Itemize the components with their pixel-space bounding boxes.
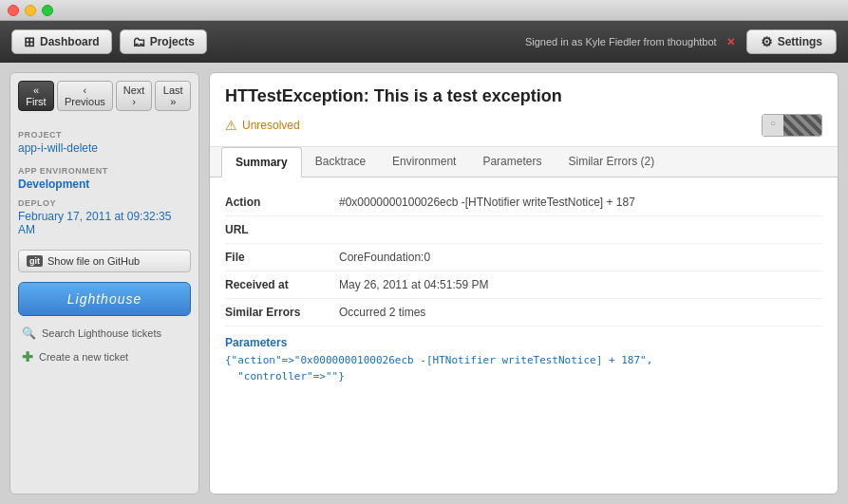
projects-button[interactable]: 🗂 Projects (120, 29, 207, 54)
briefcase-icon: 🗂 (132, 34, 145, 49)
dashboard-label: Dashboard (40, 35, 100, 48)
maximize-button[interactable] (42, 5, 53, 16)
next-page-button[interactable]: Next › (116, 81, 153, 111)
tab-parameters[interactable]: Parameters (469, 147, 555, 177)
last-page-button[interactable]: Last » (155, 81, 191, 111)
gear-icon: ⚙ (761, 34, 773, 49)
content-panel: HTTestException: This is a test exceptio… (209, 72, 839, 495)
search-icon: 🔍 (22, 327, 36, 340)
deploy-value: February 17, 2011 at 09:32:35 AM (18, 210, 191, 236)
nav-right: Signed in as Kyle Fiedler from thoughtbo… (525, 29, 837, 54)
projects-label: Projects (150, 35, 195, 48)
tab-similar-errors[interactable]: Similar Errors (2) (555, 147, 668, 177)
action-row: Action #0x0000000100026ecb -[HTNotifier … (225, 189, 822, 216)
params-section: Parameters {"action"=>"0x0000000100026ec… (225, 327, 822, 388)
toggle-stripe (783, 115, 821, 136)
tab-backtrace[interactable]: Backtrace (302, 147, 379, 177)
search-tickets-button[interactable]: 🔍 Search Lighthouse tickets (18, 322, 191, 345)
toggle-off-state: ○ (763, 115, 783, 136)
close-button[interactable] (8, 5, 19, 16)
tab-environment[interactable]: Environment (379, 147, 469, 177)
app-env-label: APP ENVIRONMENT (18, 166, 191, 176)
dashboard-icon: ⊞ (24, 34, 35, 49)
plus-icon: ✚ (22, 349, 33, 364)
project-value: app-i-will-delete (18, 141, 191, 155)
create-ticket-label: Create a new ticket (39, 351, 128, 363)
file-row: File CoreFoundation:0 (225, 244, 822, 271)
toggle-switch[interactable]: ○ (762, 114, 822, 137)
params-label: Parameters (225, 336, 822, 349)
tab-summary[interactable]: Summary (221, 147, 302, 177)
action-label: Action (225, 196, 339, 209)
github-button[interactable]: git Show file on GitHub (18, 250, 191, 272)
url-row: URL (225, 216, 822, 244)
warning-icon: ⚠ (225, 118, 237, 133)
nav-left: ⊞ Dashboard 🗂 Projects (11, 29, 207, 54)
action-value: #0x0000000100026ecb -[HTNotifier writeTe… (339, 196, 822, 209)
search-tickets-label: Search Lighthouse tickets (42, 327, 161, 339)
received-at-row: Received at May 26, 2011 at 04:51:59 PM (225, 271, 822, 299)
received-at-value: May 26, 2011 at 04:51:59 PM (339, 278, 822, 291)
top-nav: ⊞ Dashboard 🗂 Projects Signed in as Kyle… (0, 21, 848, 63)
file-value: CoreFoundation:0 (339, 251, 822, 264)
similar-errors-row: Similar Errors Occurred 2 times (225, 299, 822, 327)
minimize-button[interactable] (25, 5, 36, 16)
url-label: URL (225, 223, 339, 236)
prev-page-button[interactable]: ‹ Previous (57, 81, 113, 111)
git-badge: git (27, 255, 43, 267)
content-body: Action #0x0000000100026ecb -[HTNotifier … (210, 177, 838, 494)
file-label: File (225, 251, 339, 264)
first-page-button[interactable]: « First (18, 81, 54, 111)
deploy-label: DEPLOY (18, 198, 191, 208)
lighthouse-logo-text: Lighthouse (67, 291, 142, 307)
sidebar: « First ‹ Previous Next › Last » PROJECT… (9, 72, 199, 495)
similar-errors-label: Similar Errors (225, 306, 339, 319)
logout-x-icon: ✕ (726, 36, 735, 48)
similar-errors-value: Occurred 2 times (339, 306, 822, 319)
user-info: Signed in as Kyle Fiedler from thoughtbo… (525, 36, 717, 47)
tabs-bar: Summary Backtrace Environment Parameters… (210, 147, 838, 177)
pagination-controls: « First ‹ Previous Next › Last » (18, 81, 191, 111)
exception-title: HTTestException: This is a test exceptio… (225, 86, 822, 106)
dashboard-button[interactable]: ⊞ Dashboard (11, 29, 112, 54)
project-label: PROJECT (18, 130, 191, 140)
settings-button[interactable]: ⚙ Settings (746, 29, 837, 54)
params-value: {"action"=>"0x0000000100026ecb -[HTNotif… (225, 353, 822, 384)
received-at-label: Received at (225, 278, 339, 291)
github-label: Show file on GitHub (47, 255, 140, 267)
status-text: Unresolved (242, 119, 300, 132)
create-ticket-button[interactable]: ✚ Create a new ticket (18, 345, 191, 369)
main-area: « First ‹ Previous Next › Last » PROJECT… (0, 63, 848, 504)
settings-label: Settings (778, 35, 822, 48)
title-bar (0, 0, 848, 21)
status-badge: ⚠ Unresolved (225, 118, 300, 133)
app-env-value: Development (18, 177, 191, 191)
lighthouse-logo-button[interactable]: Lighthouse (18, 282, 191, 316)
exception-header: HTTestException: This is a test exceptio… (210, 73, 838, 147)
